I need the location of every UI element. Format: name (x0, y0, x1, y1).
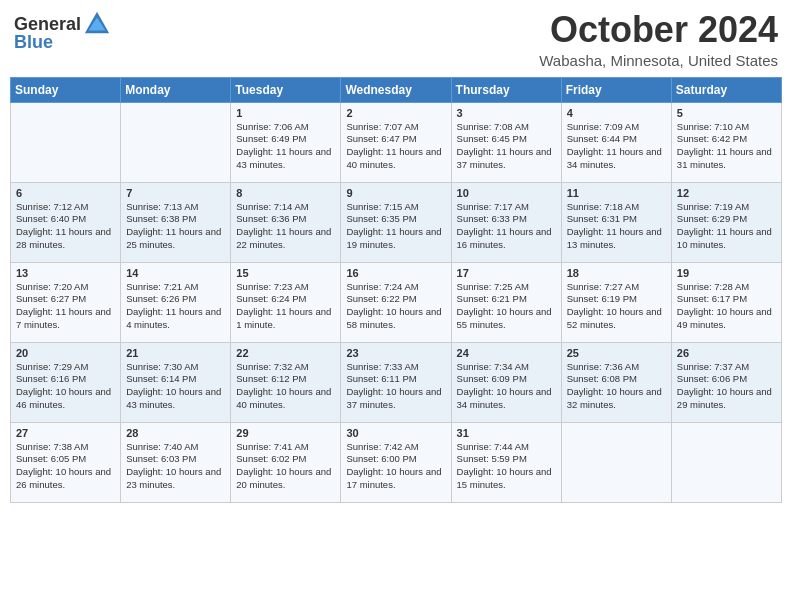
day-number: 3 (457, 107, 556, 119)
cell-content: Sunrise: 7:30 AM Sunset: 6:14 PM Dayligh… (126, 361, 225, 412)
cell-content: Sunrise: 7:19 AM Sunset: 6:29 PM Dayligh… (677, 201, 776, 252)
calendar-cell: 21Sunrise: 7:30 AM Sunset: 6:14 PM Dayli… (121, 342, 231, 422)
calendar-cell: 14Sunrise: 7:21 AM Sunset: 6:26 PM Dayli… (121, 262, 231, 342)
day-number: 13 (16, 267, 115, 279)
cell-content: Sunrise: 7:12 AM Sunset: 6:40 PM Dayligh… (16, 201, 115, 252)
cell-content: Sunrise: 7:15 AM Sunset: 6:35 PM Dayligh… (346, 201, 445, 252)
calendar-cell: 6Sunrise: 7:12 AM Sunset: 6:40 PM Daylig… (11, 182, 121, 262)
cell-content: Sunrise: 7:23 AM Sunset: 6:24 PM Dayligh… (236, 281, 335, 332)
calendar-cell: 9Sunrise: 7:15 AM Sunset: 6:35 PM Daylig… (341, 182, 451, 262)
calendar-cell: 24Sunrise: 7:34 AM Sunset: 6:09 PM Dayli… (451, 342, 561, 422)
cell-content: Sunrise: 7:34 AM Sunset: 6:09 PM Dayligh… (457, 361, 556, 412)
day-number: 12 (677, 187, 776, 199)
day-number: 5 (677, 107, 776, 119)
cell-content: Sunrise: 7:29 AM Sunset: 6:16 PM Dayligh… (16, 361, 115, 412)
cell-content: Sunrise: 7:24 AM Sunset: 6:22 PM Dayligh… (346, 281, 445, 332)
day-header-saturday: Saturday (671, 77, 781, 102)
calendar-cell: 8Sunrise: 7:14 AM Sunset: 6:36 PM Daylig… (231, 182, 341, 262)
logo-blue-text: Blue (14, 32, 53, 53)
calendar-cell: 22Sunrise: 7:32 AM Sunset: 6:12 PM Dayli… (231, 342, 341, 422)
cell-content: Sunrise: 7:20 AM Sunset: 6:27 PM Dayligh… (16, 281, 115, 332)
day-number: 14 (126, 267, 225, 279)
cell-content: Sunrise: 7:40 AM Sunset: 6:03 PM Dayligh… (126, 441, 225, 492)
calendar-cell: 16Sunrise: 7:24 AM Sunset: 6:22 PM Dayli… (341, 262, 451, 342)
calendar-header-row: SundayMondayTuesdayWednesdayThursdayFrid… (11, 77, 782, 102)
calendar-cell: 13Sunrise: 7:20 AM Sunset: 6:27 PM Dayli… (11, 262, 121, 342)
day-number: 16 (346, 267, 445, 279)
location-title: Wabasha, Minnesota, United States (539, 52, 778, 69)
cell-content: Sunrise: 7:32 AM Sunset: 6:12 PM Dayligh… (236, 361, 335, 412)
calendar-week-row: 27Sunrise: 7:38 AM Sunset: 6:05 PM Dayli… (11, 422, 782, 502)
calendar-cell: 28Sunrise: 7:40 AM Sunset: 6:03 PM Dayli… (121, 422, 231, 502)
calendar-cell: 29Sunrise: 7:41 AM Sunset: 6:02 PM Dayli… (231, 422, 341, 502)
calendar-cell: 27Sunrise: 7:38 AM Sunset: 6:05 PM Dayli… (11, 422, 121, 502)
cell-content: Sunrise: 7:07 AM Sunset: 6:47 PM Dayligh… (346, 121, 445, 172)
day-header-sunday: Sunday (11, 77, 121, 102)
day-number: 20 (16, 347, 115, 359)
day-number: 9 (346, 187, 445, 199)
calendar-cell: 5Sunrise: 7:10 AM Sunset: 6:42 PM Daylig… (671, 102, 781, 182)
title-block: October 2024 Wabasha, Minnesota, United … (539, 10, 778, 69)
cell-content: Sunrise: 7:21 AM Sunset: 6:26 PM Dayligh… (126, 281, 225, 332)
day-number: 1 (236, 107, 335, 119)
calendar-cell (671, 422, 781, 502)
calendar-table: SundayMondayTuesdayWednesdayThursdayFrid… (10, 77, 782, 503)
day-number: 25 (567, 347, 666, 359)
cell-content: Sunrise: 7:38 AM Sunset: 6:05 PM Dayligh… (16, 441, 115, 492)
calendar-week-row: 20Sunrise: 7:29 AM Sunset: 6:16 PM Dayli… (11, 342, 782, 422)
calendar-week-row: 13Sunrise: 7:20 AM Sunset: 6:27 PM Dayli… (11, 262, 782, 342)
calendar-week-row: 6Sunrise: 7:12 AM Sunset: 6:40 PM Daylig… (11, 182, 782, 262)
day-number: 19 (677, 267, 776, 279)
day-number: 11 (567, 187, 666, 199)
day-number: 30 (346, 427, 445, 439)
calendar-cell: 30Sunrise: 7:42 AM Sunset: 6:00 PM Dayli… (341, 422, 451, 502)
day-header-monday: Monday (121, 77, 231, 102)
logo-icon (83, 10, 111, 38)
day-number: 27 (16, 427, 115, 439)
calendar-cell: 31Sunrise: 7:44 AM Sunset: 5:59 PM Dayli… (451, 422, 561, 502)
calendar-cell (11, 102, 121, 182)
cell-content: Sunrise: 7:36 AM Sunset: 6:08 PM Dayligh… (567, 361, 666, 412)
calendar-cell: 7Sunrise: 7:13 AM Sunset: 6:38 PM Daylig… (121, 182, 231, 262)
calendar-cell: 19Sunrise: 7:28 AM Sunset: 6:17 PM Dayli… (671, 262, 781, 342)
calendar-cell: 12Sunrise: 7:19 AM Sunset: 6:29 PM Dayli… (671, 182, 781, 262)
cell-content: Sunrise: 7:14 AM Sunset: 6:36 PM Dayligh… (236, 201, 335, 252)
day-number: 15 (236, 267, 335, 279)
cell-content: Sunrise: 7:10 AM Sunset: 6:42 PM Dayligh… (677, 121, 776, 172)
day-number: 2 (346, 107, 445, 119)
cell-content: Sunrise: 7:41 AM Sunset: 6:02 PM Dayligh… (236, 441, 335, 492)
day-header-tuesday: Tuesday (231, 77, 341, 102)
cell-content: Sunrise: 7:08 AM Sunset: 6:45 PM Dayligh… (457, 121, 556, 172)
calendar-cell: 15Sunrise: 7:23 AM Sunset: 6:24 PM Dayli… (231, 262, 341, 342)
cell-content: Sunrise: 7:17 AM Sunset: 6:33 PM Dayligh… (457, 201, 556, 252)
day-number: 24 (457, 347, 556, 359)
day-header-wednesday: Wednesday (341, 77, 451, 102)
calendar-cell: 3Sunrise: 7:08 AM Sunset: 6:45 PM Daylig… (451, 102, 561, 182)
calendar-cell (121, 102, 231, 182)
cell-content: Sunrise: 7:27 AM Sunset: 6:19 PM Dayligh… (567, 281, 666, 332)
cell-content: Sunrise: 7:44 AM Sunset: 5:59 PM Dayligh… (457, 441, 556, 492)
day-number: 26 (677, 347, 776, 359)
calendar-cell: 11Sunrise: 7:18 AM Sunset: 6:31 PM Dayli… (561, 182, 671, 262)
cell-content: Sunrise: 7:25 AM Sunset: 6:21 PM Dayligh… (457, 281, 556, 332)
day-number: 18 (567, 267, 666, 279)
day-number: 22 (236, 347, 335, 359)
calendar-cell: 1Sunrise: 7:06 AM Sunset: 6:49 PM Daylig… (231, 102, 341, 182)
cell-content: Sunrise: 7:09 AM Sunset: 6:44 PM Dayligh… (567, 121, 666, 172)
cell-content: Sunrise: 7:42 AM Sunset: 6:00 PM Dayligh… (346, 441, 445, 492)
calendar-cell: 23Sunrise: 7:33 AM Sunset: 6:11 PM Dayli… (341, 342, 451, 422)
cell-content: Sunrise: 7:13 AM Sunset: 6:38 PM Dayligh… (126, 201, 225, 252)
cell-content: Sunrise: 7:28 AM Sunset: 6:17 PM Dayligh… (677, 281, 776, 332)
day-header-thursday: Thursday (451, 77, 561, 102)
calendar-cell: 26Sunrise: 7:37 AM Sunset: 6:06 PM Dayli… (671, 342, 781, 422)
calendar-cell: 18Sunrise: 7:27 AM Sunset: 6:19 PM Dayli… (561, 262, 671, 342)
logo: General Blue (14, 10, 111, 53)
calendar-cell: 25Sunrise: 7:36 AM Sunset: 6:08 PM Dayli… (561, 342, 671, 422)
cell-content: Sunrise: 7:33 AM Sunset: 6:11 PM Dayligh… (346, 361, 445, 412)
day-number: 7 (126, 187, 225, 199)
cell-content: Sunrise: 7:06 AM Sunset: 6:49 PM Dayligh… (236, 121, 335, 172)
calendar-cell (561, 422, 671, 502)
calendar-cell: 10Sunrise: 7:17 AM Sunset: 6:33 PM Dayli… (451, 182, 561, 262)
day-number: 23 (346, 347, 445, 359)
calendar-cell: 20Sunrise: 7:29 AM Sunset: 6:16 PM Dayli… (11, 342, 121, 422)
